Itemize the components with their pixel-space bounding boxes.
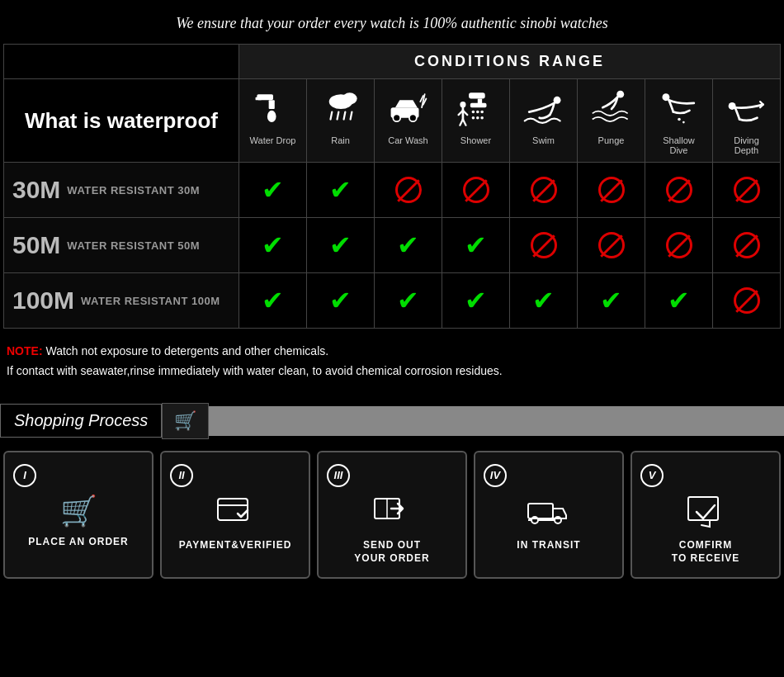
note-line1: NOTE: Watch not exposure to detergents a…	[7, 342, 777, 362]
header-text: We ensure that your order every watch is…	[176, 15, 607, 31]
svg-point-34	[678, 118, 681, 121]
col-swim: Swim	[510, 79, 578, 162]
note-line2: If contact with seawater,rinse immediate…	[7, 362, 777, 381]
cell-100m-4: ✔	[442, 273, 510, 328]
shopping-process-section: Shopping Process 🛒 I 🛒 PLACE AN ORDER II	[0, 403, 784, 580]
svg-rect-41	[528, 504, 553, 518]
rain-label: Rain	[329, 132, 352, 152]
svg-point-5	[342, 92, 357, 104]
cell-30m-1: ✔	[239, 163, 307, 217]
svg-rect-37	[218, 499, 248, 520]
svg-rect-18	[470, 103, 486, 107]
cell-100m-2: ✔	[307, 273, 375, 328]
svg-point-22	[471, 116, 475, 120]
svg-point-23	[476, 116, 479, 120]
conditions-range-header: CONDITIONS RANGE	[239, 45, 780, 79]
resist-text-30m: WATER RESISTANT 30M	[67, 184, 206, 196]
cell-100m-7: ✔	[645, 273, 713, 328]
svg-point-35	[682, 121, 685, 124]
waterproof-title	[4, 45, 239, 79]
svg-rect-46	[688, 497, 718, 520]
punge-icon	[583, 86, 640, 132]
note-label: NOTE:	[7, 344, 43, 357]
cell-30m-4	[442, 163, 510, 217]
step4-number: IV	[484, 464, 507, 487]
step-send-out: III SEND OUTYOUR ORDER	[317, 451, 467, 580]
page-header: We ensure that your order every watch is…	[0, 0, 784, 44]
svg-point-11	[393, 114, 400, 121]
cell-100m-1: ✔	[239, 273, 307, 328]
step-place-order: I 🛒 PLACE AN ORDER	[3, 451, 153, 580]
step-payment: II PAYMENT&VERIFIED	[160, 451, 310, 580]
step4-label: IN TRANSIT	[517, 538, 580, 552]
shopping-cart-icon: 🛒	[162, 403, 209, 439]
size-30m: 30M	[4, 176, 67, 204]
cell-30m-7	[645, 163, 713, 217]
resist-text-50m: WATER RESISTANT 50M	[67, 239, 206, 252]
water-drop-label: Water Drop	[248, 132, 298, 152]
shopping-header: Shopping Process 🛒	[0, 403, 784, 439]
swim-icon	[516, 86, 572, 132]
note-line1-text: Watch not exposure to detergents and oth…	[45, 344, 328, 357]
cell-100m-3: ✔	[375, 273, 442, 328]
svg-line-8	[343, 112, 345, 120]
svg-point-12	[409, 114, 416, 121]
svg-line-30	[462, 120, 465, 125]
svg-point-24	[480, 116, 484, 120]
step5-number: V	[640, 464, 664, 487]
svg-point-2	[267, 111, 276, 122]
svg-point-21	[480, 111, 484, 114]
note-line2-text: If contact with seawater,rinse immediate…	[7, 364, 503, 377]
cell-100m-5: ✔	[510, 273, 578, 328]
cell-30m-3	[375, 163, 442, 217]
shopping-title-box: Shopping Process	[0, 404, 162, 438]
cell-50m-6	[578, 218, 645, 272]
water-drop-icon	[245, 86, 301, 132]
row-100m: 100M WATER RESISTANT 100M ✔ ✔ ✔ ✔ ✔ ✔	[4, 272, 780, 328]
cell-50m-3: ✔	[375, 218, 442, 272]
row-50m-label: 50M WATER RESISTANT 50M	[4, 218, 239, 272]
cell-50m-1: ✔	[239, 218, 307, 272]
shallow-dive-label: ShallowDive	[661, 132, 697, 162]
cell-30m-6	[578, 163, 645, 217]
car-wash-icon	[380, 86, 437, 132]
row-30m-label: 30M WATER RESISTANT 30M	[4, 163, 239, 217]
cell-50m-5	[510, 218, 578, 272]
row-30m: 30M WATER RESISTANT 30M ✔ ✔	[4, 162, 780, 217]
shower-icon	[448, 86, 504, 132]
diving-depth-icon	[719, 86, 775, 132]
col-diving-depth: DivingDepth	[713, 79, 780, 162]
punge-label: Punge	[597, 132, 626, 152]
waterproof-section: CONDITIONS RANGE What is waterproof Wate…	[3, 44, 781, 329]
cell-50m-4: ✔	[442, 218, 510, 272]
svg-line-7	[337, 112, 338, 120]
cell-50m-8	[713, 218, 780, 272]
svg-point-20	[476, 111, 479, 114]
svg-rect-1	[268, 100, 274, 109]
step4-icon	[527, 494, 571, 532]
svg-rect-16	[469, 92, 485, 98]
col-punge: Punge	[578, 79, 645, 162]
shopping-bar	[209, 406, 784, 436]
row-100m-cells: ✔ ✔ ✔ ✔ ✔ ✔ ✔	[239, 273, 780, 328]
cell-100m-8	[713, 273, 780, 328]
notes-section: NOTE: Watch not exposure to detergents a…	[0, 329, 784, 390]
step3-icon	[371, 494, 413, 532]
row-50m: 50M WATER RESISTANT 50M ✔ ✔ ✔ ✔	[4, 217, 780, 272]
resist-text-100m: WATER RESISTANT 100M	[81, 295, 226, 307]
shallow-dive-icon	[651, 86, 707, 132]
cell-100m-6: ✔	[578, 273, 645, 328]
step2-label: PAYMENT&VERIFIED	[179, 538, 292, 552]
svg-point-19	[471, 111, 475, 114]
step1-label: PLACE AN ORDER	[28, 535, 129, 549]
cell-50m-2: ✔	[307, 218, 375, 272]
icon-header-row: What is waterproof Water Drop	[4, 79, 780, 162]
cell-30m-5	[510, 163, 578, 217]
step-in-transit: IV IN TRANSIT	[474, 451, 624, 580]
cell-50m-7	[645, 218, 713, 272]
step3-label: SEND OUTYOUR ORDER	[354, 538, 429, 566]
car-wash-label: Car Wash	[386, 132, 430, 152]
row-30m-cells: ✔ ✔	[239, 163, 780, 217]
diving-depth-label: DivingDepth	[732, 132, 761, 162]
col-water-drop: Water Drop	[239, 79, 307, 162]
